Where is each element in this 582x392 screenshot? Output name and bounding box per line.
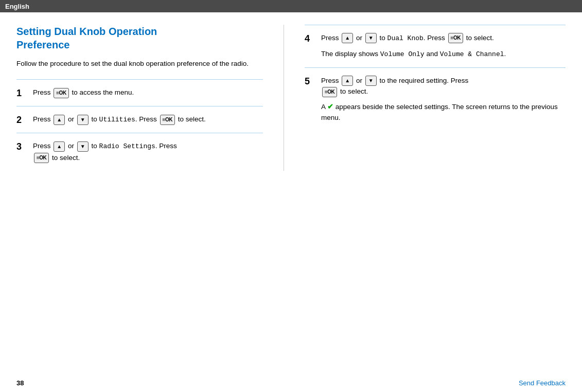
step-5-number: 5 [305, 75, 321, 123]
step-2: 2 Press or to Utilities. Press ≡OK to se… [16, 106, 263, 133]
step-4-press: . Press [424, 34, 447, 42]
step-1-text: to access the menu. [72, 88, 134, 96]
step-4-volume-only: Volume Only [380, 50, 425, 58]
step-2-menu: Utilities [99, 116, 135, 123]
step-4-subtext: The display shows Volume Only and Volume… [321, 48, 566, 60]
ok-button-icon-4: ≡OK [448, 33, 463, 43]
left-column: Setting Dual Knob Operation Preference F… [16, 25, 284, 171]
language-bar: English [0, 0, 582, 12]
step-3-menu: Radio Settings [99, 142, 155, 150]
press-label-5: Press [321, 77, 341, 84]
step-4-period: . [504, 50, 506, 58]
press-label-4: Press [321, 34, 341, 42]
press-label-1: Press [33, 88, 52, 96]
step-4-display-text: The display shows [321, 50, 380, 58]
step-5-rest: appears beside the selected settings. Th… [321, 103, 558, 122]
down-button-icon-4 [365, 33, 377, 43]
or-label-3: or [68, 142, 76, 150]
send-feedback-link[interactable]: Send Feedback [519, 379, 566, 387]
step-5-end: to select. [340, 87, 368, 95]
right-column: 4 Press or to Dual Knob. Press ≡OK to se… [284, 25, 566, 171]
page-number: 38 [16, 379, 24, 387]
intro-paragraph: Follow the procedure to set the dual kno… [16, 59, 263, 69]
step-5-body: Press or to the required setting. Press … [321, 75, 566, 123]
press-label-2: Press [33, 115, 52, 123]
step-4-volume-channel: Volume & Channel [440, 50, 504, 58]
step-3: 3 Press or to Radio Settings. Press ≡OK … [16, 133, 263, 170]
step-2-end: to select. [176, 115, 206, 123]
step-4-and: and [425, 50, 440, 58]
step-3-to: to [92, 142, 99, 150]
step-5-middle: to the required setting. Press [380, 77, 469, 84]
step-3-press: . Press [155, 142, 177, 150]
step-4-end: to select. [464, 34, 494, 42]
step-3-end: to select. [52, 154, 80, 162]
step-1-body: Press ≡OK to access the menu. [33, 87, 263, 99]
ok-button-icon-1: ≡OK [54, 88, 68, 98]
down-button-icon-3 [77, 141, 89, 152]
step-3-body: Press or to Radio Settings. Press ≡OK to… [33, 140, 263, 163]
main-content: Setting Dual Knob Operation Preference F… [0, 12, 582, 202]
press-label-3: Press [33, 142, 52, 150]
step-4-number: 4 [305, 32, 321, 60]
ok-button-icon-2: ≡OK [160, 115, 175, 125]
step-2-number: 2 [16, 114, 33, 126]
ok-button-icon-3: ≡OK [34, 153, 49, 163]
up-button-icon-2 [54, 115, 65, 125]
up-button-icon-4 [342, 33, 353, 43]
step-5: 5 Press or to the required setting. Pres… [305, 67, 566, 131]
step-1-number: 1 [16, 87, 33, 99]
up-button-icon-5 [342, 76, 353, 86]
checkmark-icon: ✔ [327, 103, 333, 111]
step-4-menu: Dual Knob [387, 34, 424, 42]
step-1: 1 Press ≡OK to access the menu. [16, 79, 263, 106]
or-label-4: or [356, 34, 364, 42]
language-label: English [5, 3, 29, 10]
step-4-body: Press or to Dual Knob. Press ≡OK to sele… [321, 32, 566, 60]
or-label-2: or [68, 115, 76, 123]
ok-button-icon-5: ≡OK [322, 87, 337, 97]
step-2-press: . Press [135, 115, 159, 123]
step-4: 4 Press or to Dual Knob. Press ≡OK to se… [305, 25, 566, 67]
step-2-to: to [92, 115, 99, 123]
down-button-icon-5 [365, 76, 377, 86]
step-2-body: Press or to Utilities. Press ≡OK to sele… [33, 114, 263, 126]
step-5-subtext: A ✔ appears beside the selected settings… [321, 101, 566, 123]
step-4-to: to [380, 34, 387, 42]
step-3-number: 3 [16, 140, 33, 163]
step-5-a: A [321, 103, 327, 111]
up-button-icon-3 [54, 141, 65, 152]
down-button-icon-2 [77, 115, 89, 125]
footer: 38 Send Feedback [16, 379, 566, 387]
or-label-5: or [356, 77, 364, 84]
page-title: Setting Dual Knob Operation Preference [16, 25, 263, 51]
